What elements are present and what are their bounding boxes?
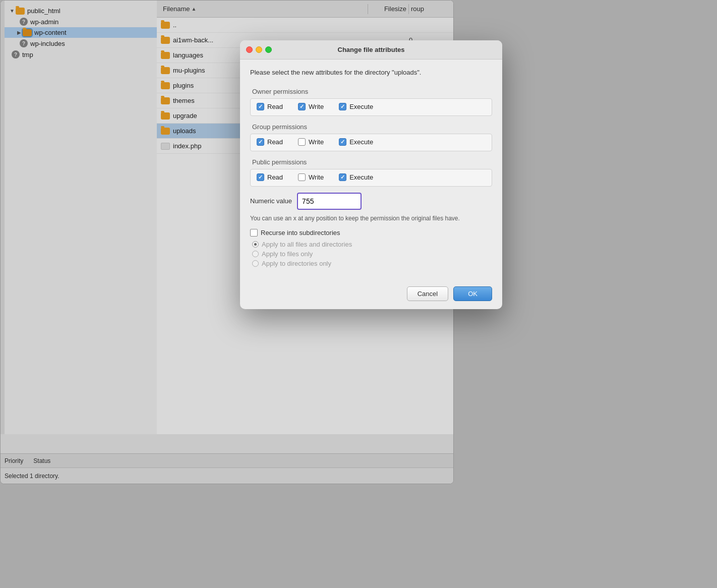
radio-btn-dirs-only[interactable] bbox=[252, 260, 259, 267]
owner-permissions-section: Owner permissions Read Write Execute bbox=[250, 85, 492, 116]
group-read-check[interactable]: Read bbox=[257, 138, 283, 146]
group-permissions-section: Group permissions Read Write Execute bbox=[250, 120, 492, 151]
public-permissions-row: Read Write Execute bbox=[250, 169, 492, 187]
radio-row-all[interactable]: Apply to all files and directories bbox=[252, 241, 492, 248]
dialog-titlebar: Change file attributes bbox=[240, 40, 502, 60]
radio-row-files-only[interactable]: Apply to files only bbox=[252, 250, 492, 258]
owner-permissions-row: Read Write Execute bbox=[250, 98, 492, 116]
dialog-title: Change file attributes bbox=[338, 46, 405, 53]
owner-write-checkbox[interactable] bbox=[298, 103, 306, 110]
public-write-check[interactable]: Write bbox=[298, 173, 324, 181]
radio-btn-all[interactable] bbox=[252, 241, 259, 248]
recurse-label: Recurse into subdirectories bbox=[261, 229, 340, 237]
numeric-input-wrapper bbox=[297, 193, 362, 210]
public-permissions-label: Public permissions bbox=[250, 155, 492, 169]
public-read-checkbox[interactable] bbox=[257, 173, 264, 181]
hint-text: You can use an x at any position to keep… bbox=[250, 214, 492, 223]
recurse-checkbox[interactable] bbox=[250, 229, 258, 237]
group-execute-check[interactable]: Execute bbox=[339, 138, 373, 146]
dialog-description: Please select the new attributes for the… bbox=[250, 68, 492, 78]
dialog-body: Please select the new attributes for the… bbox=[240, 60, 502, 283]
cancel-button[interactable]: Cancel bbox=[407, 286, 448, 301]
modal-overlay: Change file attributes Please select the… bbox=[0, 0, 717, 588]
group-execute-checkbox[interactable] bbox=[339, 138, 346, 146]
change-file-attributes-dialog: Change file attributes Please select the… bbox=[240, 40, 502, 309]
radio-btn-files-only[interactable] bbox=[252, 251, 259, 257]
ok-button[interactable]: OK bbox=[453, 286, 492, 301]
public-write-checkbox[interactable] bbox=[298, 173, 306, 181]
window-controls bbox=[240, 46, 272, 53]
group-write-check[interactable]: Write bbox=[298, 138, 324, 146]
owner-execute-checkbox[interactable] bbox=[339, 103, 346, 110]
owner-permissions-label: Owner permissions bbox=[250, 85, 492, 98]
public-execute-check[interactable]: Execute bbox=[339, 173, 373, 181]
recurse-row[interactable]: Recurse into subdirectories bbox=[250, 229, 492, 237]
group-read-checkbox[interactable] bbox=[257, 138, 264, 146]
window-maximize-button[interactable] bbox=[265, 46, 272, 53]
group-permissions-label: Group permissions bbox=[250, 120, 492, 134]
window-close-button[interactable] bbox=[246, 46, 253, 53]
radio-row-dirs-only[interactable]: Apply to directories only bbox=[252, 260, 492, 267]
owner-read-checkbox[interactable] bbox=[257, 103, 264, 110]
owner-write-check[interactable]: Write bbox=[298, 103, 324, 110]
numeric-value-row: Numeric value bbox=[250, 193, 492, 210]
owner-execute-check[interactable]: Execute bbox=[339, 103, 373, 110]
numeric-input[interactable] bbox=[299, 195, 360, 208]
group-write-checkbox[interactable] bbox=[298, 138, 306, 146]
window-minimize-button[interactable] bbox=[256, 46, 262, 53]
public-execute-checkbox[interactable] bbox=[339, 173, 346, 181]
dialog-buttons: Cancel OK bbox=[240, 283, 502, 309]
radio-label-all: Apply to all files and directories bbox=[262, 241, 352, 248]
radio-group: Apply to all files and directories Apply… bbox=[250, 241, 492, 267]
radio-label-files-only: Apply to files only bbox=[262, 250, 313, 258]
owner-read-check[interactable]: Read bbox=[257, 103, 283, 110]
public-permissions-section: Public permissions Read Write Execute bbox=[250, 155, 492, 187]
numeric-label: Numeric value bbox=[250, 197, 292, 205]
group-permissions-row: Read Write Execute bbox=[250, 134, 492, 151]
public-read-check[interactable]: Read bbox=[257, 173, 283, 181]
radio-label-dirs-only: Apply to directories only bbox=[262, 260, 331, 267]
